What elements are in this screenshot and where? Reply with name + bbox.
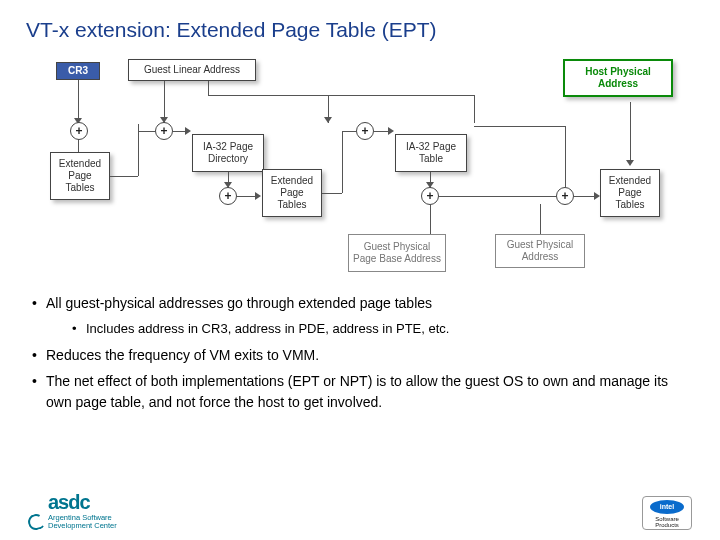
- ia32-directory-box: IA-32 Page Directory: [192, 134, 264, 172]
- intel-oval-icon: intel: [650, 500, 684, 514]
- bullet-2: Reduces the frequency of VM exits to VMM…: [30, 345, 690, 367]
- guest-phys-addr-box: Guest Physical Address: [495, 234, 585, 268]
- cr3-box: CR3: [56, 62, 100, 80]
- bullet-3: The net effect of both implementations (…: [30, 371, 690, 414]
- footer: asdc Argentina Software Development Cent…: [0, 491, 720, 531]
- ia32-table-box: IA-32 Page Table: [395, 134, 467, 172]
- bullet-1: All guest-physical addresses go through …: [30, 293, 690, 315]
- asdc-wordmark: asdc: [48, 491, 117, 514]
- host-phys-addr-box: Host Physical Address: [563, 59, 673, 97]
- ept-box-3: Extended Page Tables: [600, 169, 660, 217]
- asdc-swirl-icon: [26, 512, 46, 532]
- bullet-1a: Includes address in CR3, address in PDE,…: [30, 319, 690, 339]
- ept-box-1: Extended Page Tables: [50, 152, 110, 200]
- plus-4: +: [356, 122, 374, 140]
- intel-logo: intel SoftwareProducts: [642, 496, 692, 530]
- plus-1: +: [70, 122, 88, 140]
- asdc-subtitle: Argentina Software Development Center: [48, 514, 117, 531]
- ept-diagram: CR3 Guest Linear Address Extended Page T…: [0, 56, 720, 281]
- plus-2: +: [155, 122, 173, 140]
- asdc-logo: asdc Argentina Software Development Cent…: [28, 491, 117, 531]
- ept-box-2: Extended Page Tables: [262, 169, 322, 217]
- intel-software-label: SoftwareProducts: [646, 516, 688, 529]
- bullet-list: All guest-physical addresses go through …: [0, 281, 720, 414]
- slide-title: VT-x extension: Extended Page Table (EPT…: [0, 0, 720, 42]
- plus-5: +: [421, 187, 439, 205]
- plus-6: +: [556, 187, 574, 205]
- guest-linear-address-box: Guest Linear Address: [128, 59, 256, 81]
- plus-3: +: [219, 187, 237, 205]
- guest-phys-base-box: Guest Physical Page Base Address: [348, 234, 446, 272]
